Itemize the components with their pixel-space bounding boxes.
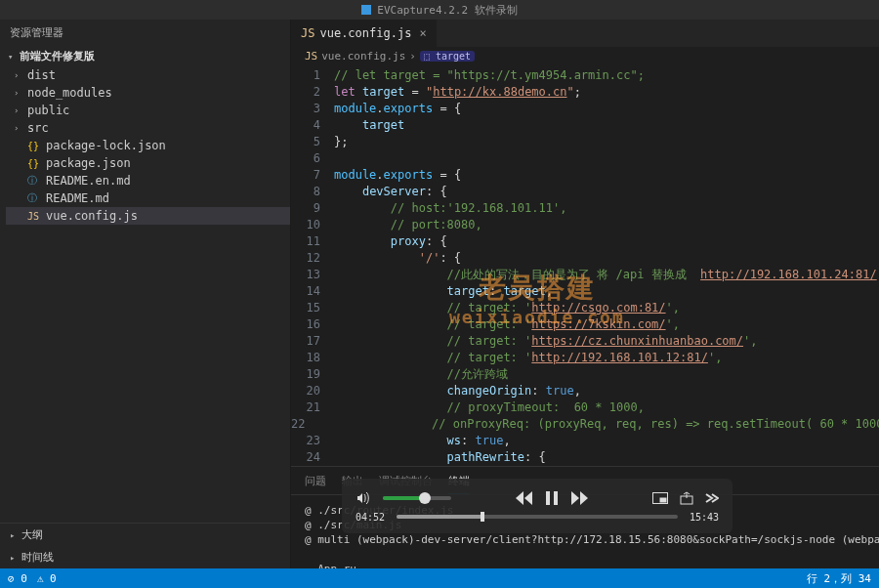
- line-number: 20: [291, 383, 334, 399]
- file-label: vue.config.js: [46, 209, 138, 223]
- titlebar-text: EVCapture4.2.2 软件录制: [377, 3, 517, 18]
- file-label: README.en.md: [46, 174, 131, 188]
- svg-rect-1: [554, 491, 558, 505]
- file-tree: ›dist›node_modules›public›src{}package-l…: [0, 66, 290, 225]
- line-number: 12: [291, 250, 334, 267]
- tab-vue-config[interactable]: JS vue.config.js ×: [291, 20, 437, 47]
- code-line: // target: 'http://csgo.com:81/',: [334, 300, 680, 316]
- breadcrumb-symbol: ⬚ target: [420, 51, 475, 62]
- volume-slider[interactable]: [383, 496, 451, 500]
- file-item[interactable]: ⓘREADME.md: [6, 189, 290, 207]
- line-number: 21: [291, 399, 334, 416]
- line-number: 23: [291, 433, 334, 449]
- code-line: devServer: {: [334, 184, 447, 200]
- code-line: // target: 'https://cz.chunxinhuanbao.co…: [334, 333, 758, 350]
- pause-button[interactable]: [544, 490, 560, 506]
- breadcrumb[interactable]: JS vue.config.js › ⬚ target: [291, 47, 879, 65]
- folder-item[interactable]: ›public: [6, 102, 290, 119]
- seek-slider[interactable]: [397, 515, 678, 519]
- file-label: package-lock.json: [46, 139, 166, 152]
- rewind-button[interactable]: [515, 491, 532, 505]
- more-icon[interactable]: [705, 493, 719, 503]
- folder-label: dist: [27, 68, 56, 82]
- file-type-icon: {}: [27, 158, 41, 169]
- chevron-right-icon: ›: [409, 50, 416, 63]
- code-line: ws: true,: [334, 433, 511, 449]
- status-bar: ⊘ 0 ⚠ 0 行 2，列 34: [0, 568, 879, 588]
- folder-label: node_modules: [27, 86, 112, 100]
- line-number: 24: [291, 449, 334, 466]
- folder-item[interactable]: ›node_modules: [6, 84, 290, 102]
- code-line: };: [334, 134, 348, 150]
- folder-item[interactable]: ›dist: [6, 66, 290, 84]
- sidebar-bottom: ▸大纲 ▸时间线: [0, 523, 290, 568]
- line-number: 6: [291, 150, 334, 167]
- line-number: 1: [291, 67, 334, 84]
- status-errors[interactable]: ⊘ 0: [8, 572, 27, 585]
- file-item[interactable]: {}package-lock.json: [6, 137, 290, 154]
- line-number: 3: [291, 101, 334, 117]
- close-icon[interactable]: ×: [419, 26, 426, 40]
- chevron-down-icon: ▾: [8, 52, 16, 62]
- code-line: // target: 'https://7kskin.com/',: [334, 316, 680, 333]
- line-number: 10: [291, 217, 334, 233]
- code-line: //允许跨域: [334, 366, 508, 383]
- code-line: proxy: {: [334, 233, 447, 250]
- pip-icon[interactable]: [652, 492, 668, 504]
- folder-item[interactable]: ›src: [6, 119, 290, 137]
- file-item[interactable]: ⓘREADME.en.md: [6, 172, 290, 189]
- js-file-icon: JS: [305, 50, 317, 63]
- line-number: 7: [291, 167, 334, 184]
- code-editor[interactable]: 1// let target = "https://t.ym4954.armin…: [291, 65, 879, 466]
- chevron-right-icon: ›: [14, 88, 23, 98]
- code-line: let target = "http://kx.88demo.cn";: [334, 84, 581, 101]
- share-icon[interactable]: [680, 491, 693, 505]
- duration: 15:43: [690, 512, 719, 523]
- line-number: 4: [291, 117, 334, 134]
- line-number: 11: [291, 233, 334, 250]
- chevron-right-icon: ›: [14, 70, 23, 80]
- file-label: README.md: [46, 191, 109, 205]
- line-number: 13: [291, 267, 334, 283]
- breadcrumb-file: vue.config.js: [321, 50, 405, 63]
- line-number: 8: [291, 184, 334, 200]
- volume-icon[interactable]: [356, 490, 371, 506]
- line-number: 17: [291, 333, 334, 350]
- file-item[interactable]: {}package.json: [6, 154, 290, 172]
- tab-label: vue.config.js: [319, 26, 411, 40]
- line-number: 18: [291, 350, 334, 366]
- outline-section[interactable]: ▸大纲: [0, 524, 290, 546]
- svg-rect-3: [660, 498, 666, 502]
- code-line: module.exports = {: [334, 101, 461, 117]
- code-line: // onProxyReq: (proxyReq, req, res) => r…: [318, 416, 879, 433]
- timeline-section[interactable]: ▸时间线: [0, 546, 290, 568]
- chevron-right-icon: ›: [14, 105, 23, 115]
- file-item[interactable]: JSvue.config.js: [6, 207, 290, 225]
- file-label: package.json: [46, 156, 131, 170]
- code-line: target: target,: [334, 283, 553, 300]
- cursor-position[interactable]: 行 2，列 34: [807, 571, 871, 586]
- code-line: target: [334, 117, 404, 134]
- code-line: changeOrigin: true,: [334, 383, 581, 399]
- explorer-title: 资源管理器: [0, 20, 290, 46]
- line-number: 14: [291, 283, 334, 300]
- code-line: // port:8080,: [334, 217, 482, 233]
- project-folder-header[interactable]: ▾ 前端文件修复版: [0, 46, 290, 66]
- line-number: 19: [291, 366, 334, 383]
- editor-tabs: JS vue.config.js ×: [291, 20, 879, 47]
- code-line: pathRewrite: {: [334, 449, 546, 466]
- status-warnings[interactable]: ⚠ 0: [37, 572, 57, 585]
- line-number: 5: [291, 134, 334, 150]
- app-icon: [361, 5, 371, 15]
- code-line: module.exports = {: [334, 167, 461, 184]
- file-type-icon: {}: [27, 141, 41, 151]
- forward-button[interactable]: [571, 491, 589, 505]
- folder-label: public: [27, 104, 69, 117]
- tab-problems[interactable]: 问题: [305, 471, 326, 494]
- line-number: 22: [291, 416, 318, 433]
- project-name: 前端文件修复版: [20, 49, 95, 63]
- code-line: // host:'192.168.101.11',: [334, 200, 566, 217]
- line-number: 9: [291, 200, 334, 217]
- code-line: // target: 'http://192.168.101.12:81/',: [334, 350, 722, 366]
- chevron-right-icon: ›: [14, 123, 23, 133]
